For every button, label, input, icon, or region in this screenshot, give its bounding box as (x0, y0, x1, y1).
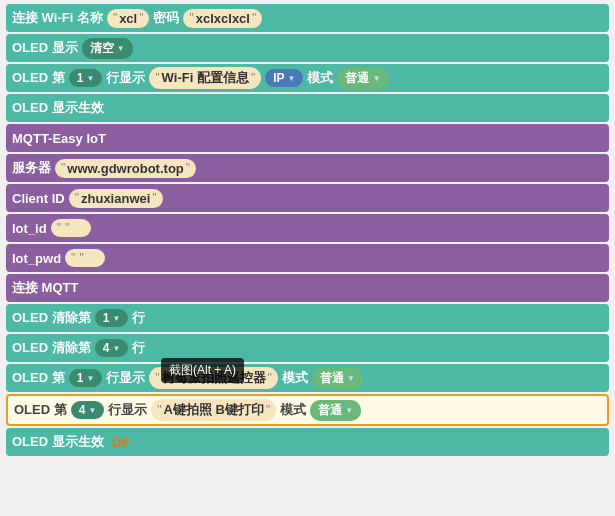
wifi-label: 连接 Wi-Fi 名称 (12, 9, 103, 27)
mqtt-easy-iot-label: MQTT-Easy IoT (12, 131, 106, 146)
oled-row4-display-label: 行显示 (108, 401, 147, 419)
oled-effect-label: OLED 显示生效 (12, 99, 104, 117)
iot-id-label: Iot_id (12, 221, 47, 236)
oled-row4-mode-label: 模式 (280, 401, 306, 419)
mode-label: 模式 (307, 69, 333, 87)
oled-effect2-label: OLED 显示生效 (12, 433, 104, 451)
chevron-down-icon: ▼ (86, 374, 94, 383)
password-label: 密码 (153, 9, 179, 27)
server-value: www.gdwrobot.top (67, 161, 184, 176)
mqtt-easy-iot-row: MQTT-Easy IoT (6, 124, 609, 152)
oled-row1-row: OLED 第 1 ▼ 行显示 " Wi-Fi 配置信息 " IP ▼ 模式 普通… (6, 64, 609, 92)
server-label: 服务器 (12, 159, 51, 177)
oled-row4-text-value: A键拍照 B键打印 (164, 401, 264, 419)
oled-row4-num-dropdown[interactable]: 4 ▼ (71, 401, 105, 419)
oled-row1-label: OLED 第 (12, 69, 65, 87)
oled-row1b-num-dropdown[interactable]: 1 ▼ (69, 369, 103, 387)
chevron-down-icon: ▼ (345, 406, 353, 415)
oled-effect2-row: OLED 显示生效 DF (6, 428, 609, 456)
server-row: 服务器 " www.gdwrobot.top " (6, 154, 609, 182)
oled-clear-row4-row-label: 行 (132, 339, 145, 357)
oled-row4-label: OLED 第 (14, 401, 67, 419)
screenshot-tooltip: 截图(Alt + A) (161, 358, 244, 383)
chevron-down-icon: ▼ (86, 74, 94, 83)
iot-pwd-input[interactable]: " " (65, 249, 105, 267)
client-id-row: Client ID " zhuxianwei " (6, 184, 609, 212)
ip-dropdown[interactable]: IP ▼ (265, 69, 303, 87)
chevron-down-icon: ▼ (347, 374, 355, 383)
iot-id-input[interactable]: " " (51, 219, 91, 237)
iot-pwd-row: Iot_pwd " " (6, 244, 609, 272)
oled-row4-text-input[interactable]: " A键拍照 B键打印 " (151, 399, 276, 421)
chevron-down-icon: ▼ (112, 344, 120, 353)
mode-dropdown[interactable]: 普通 ▼ (337, 68, 388, 89)
oled-effect-row: OLED 显示生效 (6, 94, 609, 122)
chevron-down-icon: ▼ (287, 74, 295, 83)
client-id-value: zhuxianwei (81, 191, 150, 206)
oled-row1-text-value: Wi-Fi 配置信息 (162, 69, 249, 87)
chevron-down-icon: ▼ (372, 74, 380, 83)
wifi-password-value: xclxclxcl (196, 11, 250, 26)
chevron-down-icon: ▼ (112, 314, 120, 323)
oled-clear-row1-dropdown[interactable]: 1 ▼ (95, 309, 129, 327)
oled-row1b-display-label: 行显示 (106, 369, 145, 387)
wifi-password-input[interactable]: " xclxclxcl " (183, 9, 262, 28)
tooltip-container: OLED 第 1 ▼ 行显示 " 树莓派拍照遥控器 " 模式 普通 ▼ 截图(A… (6, 364, 609, 392)
oled-row1-num-dropdown[interactable]: 1 ▼ (69, 69, 103, 87)
connect-mqtt-label: 连接 MQTT (12, 279, 78, 297)
wifi-name-input[interactable]: " xcl " (107, 9, 150, 28)
oled-clear-row4-dropdown[interactable]: 4 ▼ (95, 339, 129, 357)
oled-clear-row: OLED 显示 清空 ▼ (6, 34, 609, 62)
oled-row1b-mode-label: 模式 (282, 369, 308, 387)
oled-row1b-label: OLED 第 (12, 369, 65, 387)
oled-clear-row4-label: OLED 清除第 (12, 339, 91, 357)
oled-clear-row4-row: OLED 清除第 4 ▼ 行 (6, 334, 609, 362)
oled-clear-label: OLED 显示 (12, 39, 78, 57)
oled-clear-row1-label: OLED 清除第 (12, 309, 91, 327)
oled-clear-row1-row: OLED 清除第 1 ▼ 行 (6, 304, 609, 332)
wifi-name-value: xcl (119, 11, 137, 26)
oled-row4-highlighted-row: OLED 第 4 ▼ 行显示 " A键拍照 B键打印 " 模式 普通 ▼ (6, 394, 609, 426)
client-id-label: Client ID (12, 191, 65, 206)
oled-clear-dropdown[interactable]: 清空 ▼ (82, 38, 133, 59)
oled-row1b-mode-dropdown[interactable]: 普通 ▼ (312, 368, 363, 389)
iot-pwd-label: Iot_pwd (12, 251, 61, 266)
iot-id-row: Iot_id " " (6, 214, 609, 242)
main-container: 连接 Wi-Fi 名称 " xcl " 密码 " xclxclxcl " OLE… (0, 0, 615, 460)
oled-row1-display-label: 行显示 (106, 69, 145, 87)
oled-row4-mode-dropdown[interactable]: 普通 ▼ (310, 400, 361, 421)
connect-mqtt-row: 连接 MQTT (6, 274, 609, 302)
oled-row1b-row: OLED 第 1 ▼ 行显示 " 树莓派拍照遥控器 " 模式 普通 ▼ (6, 364, 609, 392)
oled-clear-row1-row-label: 行 (132, 309, 145, 327)
chevron-down-icon: ▼ (88, 406, 96, 415)
server-input[interactable]: " www.gdwrobot.top " (55, 159, 196, 178)
wifi-connect-row: 连接 Wi-Fi 名称 " xcl " 密码 " xclxclxcl " (6, 4, 609, 32)
oled-row1-text-input[interactable]: " Wi-Fi 配置信息 " (149, 67, 261, 89)
chevron-down-icon: ▼ (117, 44, 125, 53)
df-label: DF (112, 434, 131, 450)
client-id-input[interactable]: " zhuxianwei " (69, 189, 163, 208)
